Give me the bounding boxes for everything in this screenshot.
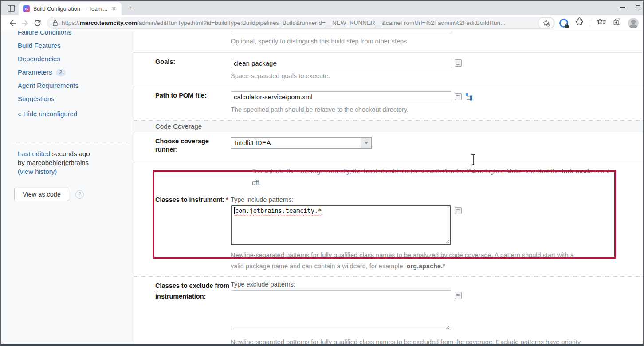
coverage-runner-select[interactable]: IntelliJ IDEA — [231, 137, 372, 149]
parameter-reference-icon[interactable] — [455, 59, 462, 67]
browser-window: TC Build Configuration — TeamCity × + ht… — [0, 0, 644, 346]
include-patterns-sublabel: Type include patterns: — [231, 196, 643, 204]
runner-settings-form: Optional, specify to distinguish this bu… — [134, 31, 643, 344]
parameter-reference-icon[interactable] — [455, 207, 462, 214]
window-minimize-button[interactable] — [620, 7, 625, 8]
back-button[interactable] — [6, 17, 19, 29]
view-history-link[interactable]: (view history) — [18, 168, 57, 175]
browser-toolbar: https://marco.teamcity.com/admin/editRun… — [1, 15, 643, 31]
new-tab-button[interactable]: + — [124, 2, 136, 14]
surefire-note: To evaluate the coverage correctly, the … — [134, 162, 611, 190]
include-patterns-hint: Newline-separated patterns for fully qua… — [231, 250, 585, 272]
url-text: https://marco.teamcity.com/admin/editRun… — [62, 20, 539, 26]
teamcity-favicon-icon: TC — [23, 5, 30, 12]
settings-sidebar: Failure Conditions Build Features Depend… — [1, 31, 134, 344]
lock-icon — [52, 20, 59, 27]
goals-label: Goals: — [134, 58, 231, 82]
exclude-patterns-hint: Newline-separated patterns for fully qua… — [231, 337, 585, 344]
exclude-patterns-sublabel: Type exclude patterns: — [231, 280, 643, 289]
parameter-reference-icon[interactable] — [455, 292, 462, 299]
hide-unconfigured-link[interactable]: « Hide unconfigured — [18, 110, 134, 118]
step-name-input-partial[interactable] — [231, 31, 451, 34]
sidebar-item-suggestions[interactable]: Suggestions — [1, 92, 134, 106]
favorites-bar-icon[interactable] — [597, 18, 606, 28]
address-bar[interactable]: https://marco.teamcity.com/admin/editRun… — [47, 17, 555, 29]
tab-title: Build Configuration — TeamCity — [33, 6, 110, 12]
add-favorite-star-icon[interactable] — [539, 18, 553, 28]
sidebar-item-build-features[interactable]: Build Features — [1, 39, 134, 52]
collections-icon[interactable] — [613, 17, 622, 28]
parameter-reference-icon[interactable] — [455, 93, 462, 100]
last-edited-link[interactable]: Last edited — [18, 150, 50, 157]
text-cursor — [470, 153, 477, 166]
step-name-hint: Optional, specify to distinguish this bu… — [231, 36, 585, 47]
toolbar-divider — [590, 19, 590, 27]
last-edited-info: Last edited seconds ago by marcobehlerje… — [13, 145, 129, 176]
goals-input[interactable] — [231, 58, 451, 68]
browser-tab[interactable]: TC Build Configuration — TeamCity × — [19, 2, 122, 15]
pom-path-hint: The specified path should be relative to… — [231, 104, 585, 115]
include-patterns-textarea[interactable]: com.jetbrains.teamcity.* — [231, 205, 451, 245]
sidebar-item-failure-conditions[interactable]: Failure Conditions — [1, 31, 134, 39]
window-bottom-frame — [1, 344, 643, 346]
window-restore-button[interactable] — [636, 5, 640, 10]
sidebar-item-agent-requirements[interactable]: Agent Requirements — [1, 79, 134, 92]
code-coverage-section-header: Code Coverage — [134, 121, 643, 132]
refresh-button[interactable] — [31, 17, 43, 29]
tab-strip: TC Build Configuration — TeamCity × + — [1, 1, 643, 15]
sidebar-item-dependencies[interactable]: Dependencies — [1, 52, 134, 66]
pom-path-input[interactable] — [231, 91, 451, 102]
required-asterisk: * — [226, 196, 228, 203]
coverage-runner-label: Choose coverage runner: — [134, 137, 231, 154]
exclude-label: Classes to exclude from instrumentation: — [134, 280, 231, 344]
tab-close-icon[interactable]: × — [110, 5, 118, 13]
tab-actions-icon[interactable] — [4, 2, 18, 14]
chevron-down-icon[interactable] — [361, 138, 371, 148]
help-icon[interactable]: ? — [75, 190, 84, 199]
view-as-code-button[interactable]: View as code — [14, 188, 69, 201]
sidebar-item-parameters[interactable]: Parameters2 — [1, 66, 134, 79]
profile-avatar[interactable] — [628, 18, 639, 28]
parameters-count-badge: 2 — [56, 69, 66, 76]
extensions-puzzle-icon[interactable] — [574, 17, 584, 28]
instrument-label: Classes to instrument:* — [134, 196, 231, 272]
password-manager-extension-icon[interactable] — [559, 19, 568, 28]
goals-hint: Space-separated goals to execute. — [231, 71, 585, 82]
pom-path-label: Path to POM file: — [134, 91, 231, 115]
exclude-patterns-textarea[interactable] — [231, 290, 451, 330]
browse-vcs-tree-icon[interactable] — [465, 93, 473, 101]
forward-button[interactable] — [19, 17, 31, 29]
